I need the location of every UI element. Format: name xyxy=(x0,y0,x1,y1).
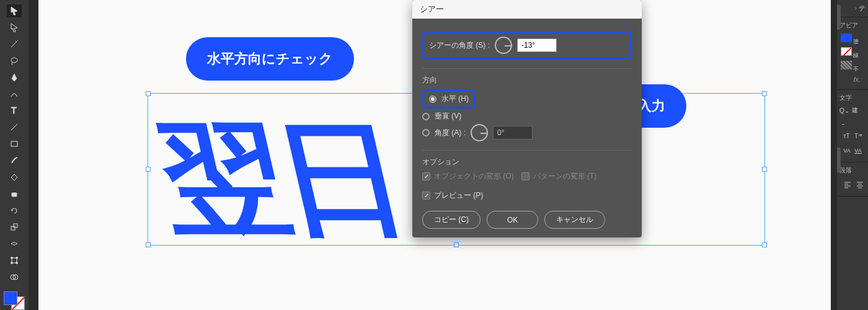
eraser-tool[interactable] xyxy=(7,187,22,200)
curvature-tool[interactable] xyxy=(7,87,22,100)
fill-swatch[interactable] xyxy=(4,291,17,305)
panel-expand-button-2[interactable] xyxy=(837,148,841,172)
transform-patterns-label: パターンの変形 (T) xyxy=(533,171,597,182)
options-fieldset: オプション オブジェクトの変形 (O) パターンの変形 (T) xyxy=(422,150,632,182)
character-label[interactable]: 文字 xyxy=(839,94,866,102)
handle-bot-right[interactable] xyxy=(762,242,767,247)
transform-patterns-checkbox xyxy=(521,172,529,180)
color-swatches[interactable] xyxy=(4,291,25,310)
axis-fieldset: 方向 水平 (H) 垂直 (V) 角度 (A) : xyxy=(422,68,632,141)
stroke-none-swatch[interactable] xyxy=(841,47,852,56)
axis-horizontal-highlight: 水平 (H) xyxy=(422,89,476,108)
scale-tool[interactable] xyxy=(7,221,22,234)
search-icon[interactable]: Q⌄ xyxy=(839,107,849,114)
cancel-button[interactable]: キャンセル xyxy=(544,211,605,229)
svg-point-8 xyxy=(11,257,13,259)
va-kern-icon[interactable]: VA xyxy=(854,146,862,156)
axis-angle-dial[interactable] xyxy=(471,124,488,141)
svg-point-10 xyxy=(11,262,13,264)
shear-angle-input[interactable] xyxy=(517,38,557,52)
svg-point-9 xyxy=(16,257,18,259)
vertical-ruler xyxy=(29,0,38,310)
right-panel-divider xyxy=(831,0,837,310)
shear-angle-row: シアーの角度 (S) : xyxy=(422,31,632,60)
va-icon[interactable]: VA xyxy=(843,146,851,156)
shaper-tool[interactable] xyxy=(7,170,22,184)
axis-horizontal-label: 水平 (H) xyxy=(441,94,469,104)
selection-tool[interactable] xyxy=(7,4,22,17)
panel-collapse-icon[interactable]: › xyxy=(854,4,859,12)
tt-icon[interactable]: тT xyxy=(843,131,850,141)
shape-builder-tool[interactable] xyxy=(7,271,22,284)
expand-label[interactable]: テ xyxy=(859,4,866,12)
options-label: オプション xyxy=(422,157,632,167)
handle-mid-right[interactable] xyxy=(762,167,767,172)
svg-rect-5 xyxy=(11,226,15,230)
shear-angle-dial[interactable] xyxy=(495,37,512,54)
axis-angle-radio[interactable] xyxy=(422,129,430,136)
direct-select-tool[interactable] xyxy=(7,21,22,34)
svg-point-11 xyxy=(16,262,18,264)
lasso-tool[interactable] xyxy=(7,55,22,68)
search-value[interactable]: 建 xyxy=(852,106,858,115)
rectangle-tool[interactable] xyxy=(7,138,22,151)
magic-wand-tool[interactable] xyxy=(7,38,22,51)
axis-vertical-label: 垂直 (V) xyxy=(435,111,461,122)
brush-tool[interactable] xyxy=(7,154,22,167)
dialog-title: シアー xyxy=(412,0,642,19)
free-transform-tool[interactable] xyxy=(7,254,22,267)
opacity-swatch[interactable] xyxy=(841,61,852,69)
handle-top-left[interactable] xyxy=(146,91,151,96)
align-left-icon[interactable] xyxy=(843,180,852,190)
fx-label[interactable]: fx. xyxy=(839,73,866,86)
transform-objects-checkbox xyxy=(422,172,430,180)
callout-horizontal-check: 水平方向にチェック xyxy=(186,37,354,81)
rotate-tool[interactable] xyxy=(7,204,22,217)
shear-angle-label: シアーの角度 (S) : xyxy=(429,40,490,51)
axis-angle-input[interactable] xyxy=(493,126,533,140)
svg-point-0 xyxy=(11,58,17,63)
preview-label: プレビュー (P) xyxy=(434,190,483,201)
appearance-label[interactable]: アピア xyxy=(839,21,866,30)
type-tool[interactable]: T xyxy=(7,104,22,117)
tools-panel: T xyxy=(0,0,29,310)
svg-line-2 xyxy=(11,124,17,130)
fill-color-swatch[interactable] xyxy=(841,33,852,42)
pen-tool[interactable] xyxy=(7,71,22,84)
handle-top-right[interactable] xyxy=(762,91,767,96)
svg-text:T: T xyxy=(854,133,858,140)
svg-text:T: T xyxy=(11,105,17,115)
style-value[interactable]: - xyxy=(839,118,866,128)
panel-expand-button[interactable] xyxy=(837,5,841,30)
handle-bot-left[interactable] xyxy=(146,242,151,247)
paragraph-label[interactable]: 段落 xyxy=(839,166,866,175)
line-tool[interactable] xyxy=(7,121,22,134)
axis-angle-label: 角度 (A) : xyxy=(435,128,466,138)
width-tool[interactable] xyxy=(7,237,22,250)
axis-horizontal-radio[interactable] xyxy=(429,95,436,103)
copy-button[interactable]: コピー (C) xyxy=(422,211,480,229)
axis-vertical-radio[interactable] xyxy=(422,113,430,120)
svg-rect-6 xyxy=(14,224,17,228)
right-panel: › テ アピア 塗 線 不 fx. 文字 Q⌄ 建 - тT T VA VA 段… xyxy=(837,0,868,310)
fill-text: 塗 xyxy=(853,38,859,45)
axis-label: 方向 xyxy=(422,75,632,86)
svg-rect-4 xyxy=(12,193,17,197)
tracking-icon[interactable]: T xyxy=(854,131,862,141)
handle-bot-mid[interactable] xyxy=(454,242,459,247)
handle-mid-left[interactable] xyxy=(146,167,151,172)
ok-button[interactable]: OK xyxy=(487,211,538,229)
transform-objects-label: オブジェクトの変形 (O) xyxy=(434,171,514,182)
svg-rect-3 xyxy=(11,141,17,146)
stroke-text: 線 xyxy=(853,52,859,58)
align-center-icon[interactable] xyxy=(856,180,864,190)
shear-dialog: シアー シアーの角度 (S) : 方向 水平 (H) 垂直 (V) 角度 (A)… xyxy=(412,0,642,237)
opacity-text: 不 xyxy=(853,66,859,72)
preview-checkbox[interactable] xyxy=(422,192,430,200)
